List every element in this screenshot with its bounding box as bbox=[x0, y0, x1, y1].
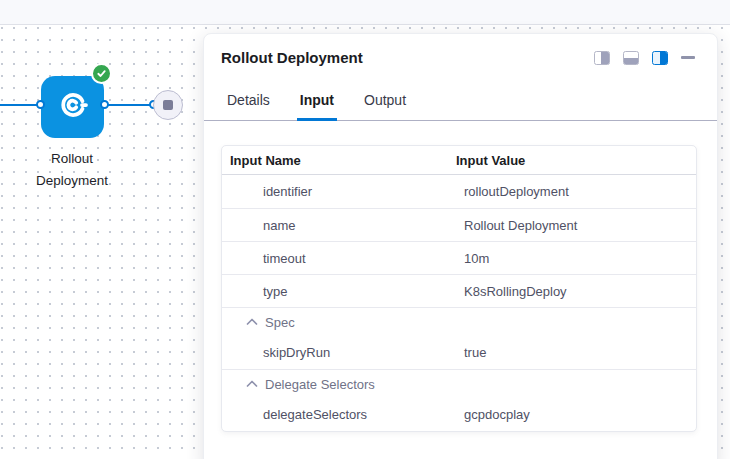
rolling-deploy-icon bbox=[58, 90, 88, 124]
split-right-icon[interactable] bbox=[594, 51, 610, 65]
input-name-cell: name bbox=[222, 218, 464, 233]
success-check-icon bbox=[91, 63, 112, 84]
top-toolbar-strip bbox=[0, 0, 730, 25]
section-row[interactable]: Spec bbox=[222, 307, 696, 336]
chevron-up-icon[interactable] bbox=[246, 380, 258, 388]
section-row[interactable]: Delegate Selectors bbox=[222, 369, 696, 398]
column-input-value: Input Value bbox=[456, 153, 525, 168]
input-value-cell: 10m bbox=[464, 251, 489, 266]
input-row: timeout10m bbox=[222, 241, 696, 274]
column-input-name: Input Name bbox=[222, 153, 456, 168]
panel-title: Rollout Deployment bbox=[221, 49, 594, 66]
input-row: skipDryRuntrue bbox=[222, 336, 696, 369]
connector-line-out bbox=[106, 104, 154, 106]
stage-end-node[interactable] bbox=[153, 90, 183, 120]
node-port-left[interactable] bbox=[36, 100, 45, 109]
minimize-icon[interactable] bbox=[681, 56, 695, 59]
input-value-cell: true bbox=[464, 345, 486, 360]
input-row: nameRollout Deployment bbox=[222, 208, 696, 241]
input-row: typeK8sRollingDeploy bbox=[222, 274, 696, 307]
input-value-cell: K8sRollingDeploy bbox=[464, 284, 567, 299]
input-name-cell: skipDryRun bbox=[222, 345, 464, 360]
node-label: Rollout Deployment bbox=[17, 148, 127, 191]
input-name-cell: type bbox=[222, 284, 464, 299]
input-value-cell: rolloutDeployment bbox=[464, 184, 569, 199]
step-node-rollout-deployment[interactable] bbox=[41, 76, 104, 138]
split-right-active-icon[interactable] bbox=[652, 51, 668, 65]
input-value-cell: gcpdocplay bbox=[464, 407, 530, 422]
input-name-cell: delegateSelectors bbox=[222, 407, 464, 422]
input-value-cell: Rollout Deployment bbox=[464, 218, 577, 233]
input-table-header: Input Name Input Value bbox=[222, 146, 696, 175]
input-name-cell: identifier bbox=[222, 184, 464, 199]
input-row: identifierrolloutDeployment bbox=[222, 175, 696, 208]
stop-square-icon bbox=[163, 100, 173, 110]
panel-content: Input Name Input Value identifierrollout… bbox=[204, 121, 717, 432]
chevron-up-icon[interactable] bbox=[246, 318, 258, 326]
panel-header: Rollout Deployment bbox=[204, 34, 717, 66]
tab-details[interactable]: Details bbox=[224, 92, 273, 121]
panel-window-controls bbox=[594, 51, 695, 65]
node-port-right[interactable] bbox=[100, 100, 109, 109]
step-details-panel: Rollout Deployment Details Input Output … bbox=[203, 33, 718, 459]
section-label: Spec bbox=[258, 315, 295, 330]
tab-input[interactable]: Input bbox=[297, 92, 337, 121]
split-bottom-icon[interactable] bbox=[623, 51, 639, 65]
input-table: Input Name Input Value identifierrollout… bbox=[221, 145, 697, 432]
tab-output[interactable]: Output bbox=[361, 92, 409, 121]
panel-tabs: Details Input Output bbox=[204, 92, 717, 121]
section-label: Delegate Selectors bbox=[258, 377, 375, 392]
input-name-cell: timeout bbox=[222, 251, 464, 266]
input-row: delegateSelectorsgcpdocplay bbox=[222, 398, 696, 431]
input-table-body: identifierrolloutDeploymentnameRollout D… bbox=[222, 175, 696, 431]
connector-line-in bbox=[0, 104, 38, 106]
